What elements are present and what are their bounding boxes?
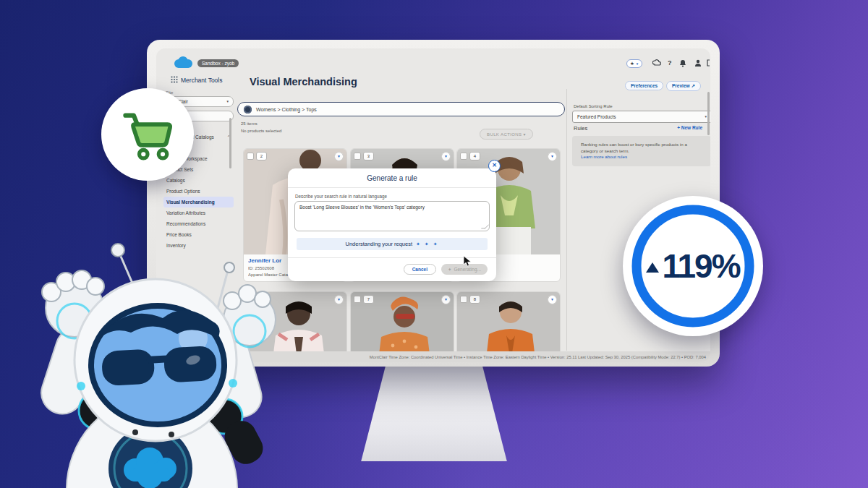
preview-label: Preview — [672, 83, 690, 88]
category-search-bar[interactable]: Womens > Clothing > Tops — [237, 102, 565, 116]
sidebar-scrollbar[interactable] — [229, 118, 231, 168]
generating-label: Generating... — [454, 267, 481, 272]
merchant-tools-menu[interactable]: Merchant Tools — [181, 77, 222, 84]
status-text: Understanding your request — [345, 241, 412, 247]
sidebar-item-product-options[interactable]: Product Options — [163, 186, 234, 197]
product-checkbox[interactable] — [460, 296, 467, 303]
category-icon — [244, 106, 252, 114]
sidebar-item-catalogs[interactable]: Catalogs — [163, 175, 234, 186]
notifications-bell-icon[interactable] — [679, 59, 686, 67]
rules-info-text: Ranking rules can boost or bury specific… — [581, 142, 687, 153]
product-checkbox[interactable] — [354, 153, 361, 160]
product-checkbox[interactable] — [460, 153, 467, 160]
salesforce-logo-icon — [172, 56, 194, 70]
external-link-icon: ↗ — [691, 83, 694, 88]
sorting-rule-select[interactable]: Featured Products ▼ — [572, 111, 710, 123]
sparkles-icon: ✦ ✦ ✦ — [416, 241, 439, 247]
stat-value: 119% — [662, 247, 739, 286]
new-rule-button[interactable]: + New Rule — [677, 125, 702, 130]
waffle-grid-icon[interactable] — [171, 76, 178, 83]
sidebar-item-recommendations[interactable]: Recommendations — [163, 218, 234, 229]
up-arrow-icon — [646, 262, 659, 273]
sorting-rule-label: Default Sorting Rule — [574, 104, 613, 108]
cancel-button[interactable]: Cancel — [404, 264, 436, 275]
search-breadcrumb: Womens > Clothing > Tops — [256, 107, 317, 112]
card-menu-button[interactable]: ▼ — [441, 295, 451, 304]
logout-icon[interactable] — [707, 59, 710, 67]
hero-composition: Sandbox - zyob ★ ▼ ? Merchant Tools Visu… — [0, 0, 868, 488]
sandbox-badge: Sandbox - zyob — [197, 59, 239, 67]
position-badge: 3 — [363, 152, 374, 160]
learn-more-link[interactable]: Learn more about rules — [581, 154, 627, 159]
sparkle-icon: ✦ — [448, 267, 451, 273]
stat-badge: 119% — [623, 196, 763, 336]
card-menu-button[interactable]: ▼ — [441, 152, 451, 161]
bulk-actions-button[interactable]: BULK ACTIONS ▾ — [480, 129, 533, 140]
card-menu-button[interactable]: ▼ — [334, 152, 344, 161]
chevron-down-icon: ▼ — [636, 62, 639, 66]
card-menu-button[interactable]: ▼ — [548, 295, 557, 304]
mouse-cursor — [463, 255, 472, 267]
chevron-down-icon: ▼ — [226, 100, 229, 103]
divider — [288, 187, 496, 188]
bulk-actions-label: BULK ACTIONS — [487, 132, 522, 137]
product-checkbox[interactable] — [247, 153, 254, 160]
rule-text: Boost 'Long Sleeve Blouses' in the 'Wome… — [299, 205, 425, 210]
resize-grip[interactable] — [481, 225, 489, 229]
cart-badge — [101, 88, 194, 181]
position-badge: 4 — [469, 152, 480, 160]
rules-info-box: Ranking rules can boost or bury specific… — [572, 136, 710, 166]
rule-textarea[interactable]: Boost 'Long Sleeve Blouses' in the 'Wome… — [294, 201, 490, 231]
panel-scrollbar[interactable] — [707, 92, 710, 135]
page-title: Visual Merchandising — [250, 76, 357, 87]
help-icon[interactable]: ? — [668, 59, 672, 67]
sorting-rule-value: Featured Products — [577, 114, 616, 119]
rules-heading: Rules — [574, 125, 587, 132]
rule-field-label: Describe your search rule in natural lan… — [295, 194, 496, 199]
generation-status: Understanding your request ✦ ✦ ✦ — [297, 238, 488, 250]
sidebar-item-visual-merchandising[interactable]: Visual Merchandising — [163, 197, 234, 207]
selection-status: No products selected — [241, 129, 281, 133]
chevron-down-icon: ▾ — [524, 132, 526, 137]
user-icon[interactable] — [694, 59, 702, 67]
modal-title: Generate a rule — [288, 168, 496, 182]
position-badge: 8 — [469, 295, 480, 304]
card-menu-button[interactable]: ▼ — [334, 295, 344, 304]
product-checkbox[interactable] — [354, 296, 361, 303]
items-count: 25 items — [241, 121, 258, 126]
release-cloud-icon[interactable] — [652, 59, 661, 67]
einstein-robot-mascot — [11, 239, 286, 488]
sidebar-item-variation-attributes[interactable]: Variation Attributes — [163, 207, 234, 218]
close-icon[interactable]: ✕ — [488, 160, 501, 172]
star-icon: ★ — [630, 61, 634, 66]
card-menu-button[interactable]: ▼ — [548, 152, 557, 161]
site-label: Site — [166, 90, 234, 95]
favorites-star-button[interactable]: ★ ▼ — [626, 59, 642, 68]
position-badge: 7 — [363, 295, 374, 304]
shopping-cart-icon — [116, 105, 179, 164]
monitor-stand — [347, 367, 521, 461]
position-badge: 2 — [256, 152, 267, 160]
